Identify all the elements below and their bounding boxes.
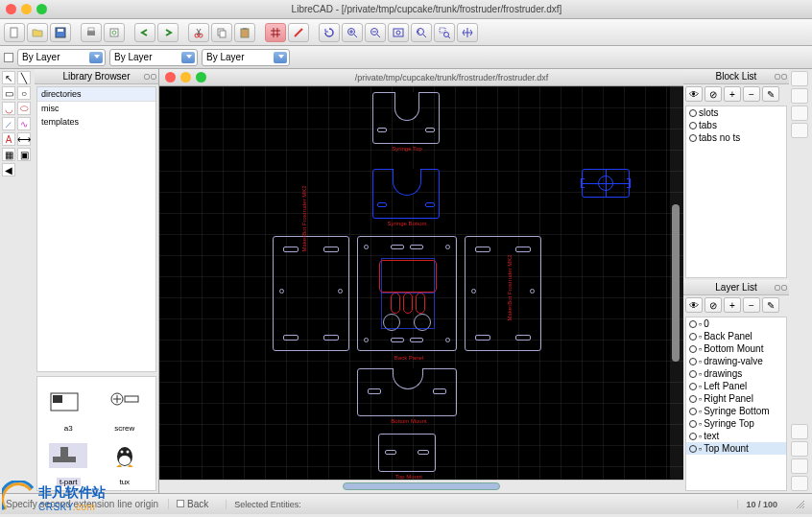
list-item[interactable]: ▫ Back Panel	[686, 330, 786, 342]
list-item[interactable]: ▫ Syringe Bottom	[686, 405, 786, 417]
layer-hide-all-button[interactable]: ⊘	[705, 297, 722, 313]
undo-button[interactable]	[134, 23, 155, 42]
visibility-icon[interactable]	[689, 445, 697, 453]
tool-spline-icon[interactable]: ∿	[17, 117, 31, 130]
block-panel-header[interactable]: Block List	[683, 69, 789, 84]
block-edit-button[interactable]: ✎	[762, 86, 779, 102]
layer-remove-button[interactable]: −	[743, 297, 760, 313]
list-item[interactable]: ▫ drawing-valve	[686, 355, 786, 367]
list-item[interactable]: ▫ Right Panel	[686, 392, 786, 405]
layer-list[interactable]: ▫ 0 ▫ Back Panel ▫ Bottom Mount ▫ drawin…	[685, 317, 787, 491]
paste-button[interactable]	[234, 23, 255, 42]
doc-minimize-button[interactable]	[180, 72, 191, 82]
zoom-out-button[interactable]	[365, 23, 386, 42]
layer-add-button[interactable]: +	[724, 297, 741, 313]
layer-panel-header[interactable]: Layer List	[683, 280, 789, 295]
tool-image-icon[interactable]: ▣	[17, 148, 31, 161]
save-file-button[interactable]	[50, 23, 71, 42]
print-button[interactable]	[81, 23, 102, 42]
layer-edit-button[interactable]: ✎	[762, 297, 779, 313]
side-tool-button[interactable]	[791, 476, 808, 491]
list-item[interactable]: ▫ Syringe Top	[686, 417, 786, 430]
side-tool-button[interactable]	[791, 106, 808, 121]
block-add-button[interactable]: +	[724, 86, 741, 102]
print-preview-button[interactable]	[104, 23, 125, 42]
side-tool-button[interactable]	[791, 71, 808, 86]
visibility-icon[interactable]	[689, 433, 697, 440]
zoom-in-button[interactable]	[342, 23, 363, 42]
list-item[interactable]: tabs no ts	[686, 131, 786, 144]
close-window-button[interactable]	[6, 4, 16, 14]
side-tool-button[interactable]	[791, 424, 808, 439]
visibility-icon[interactable]	[689, 383, 697, 390]
doc-zoom-button[interactable]	[196, 72, 206, 82]
tool-text-icon[interactable]: A	[2, 132, 15, 146]
list-item[interactable]: ▫ Bottom Mount	[686, 342, 786, 355]
preview-thumb-a3[interactable]	[49, 389, 87, 414]
library-tree[interactable]: directories misc templates	[36, 86, 156, 372]
block-list[interactable]: slots tabs tabs no ts	[685, 106, 787, 278]
list-item[interactable]: tabs	[686, 119, 786, 131]
zoom-auto-button[interactable]	[388, 23, 409, 42]
copy-button[interactable]	[211, 23, 232, 42]
visibility-icon[interactable]	[689, 408, 697, 415]
canvas-vertical-scrollbar[interactable]	[670, 86, 683, 480]
preview-thumb-tpart[interactable]	[49, 443, 87, 468]
block-show-all-button[interactable]: 👁	[685, 86, 703, 102]
tool-circle-icon[interactable]: ○	[17, 86, 31, 100]
zoom-redraw-button[interactable]	[319, 23, 340, 42]
side-tool-button[interactable]	[791, 458, 808, 474]
redo-button[interactable]	[157, 23, 179, 42]
canvas-horizontal-scrollbar[interactable]	[159, 480, 683, 493]
open-file-button[interactable]	[27, 23, 48, 42]
library-item[interactable]: misc	[37, 102, 155, 115]
color-swatch[interactable]	[4, 53, 13, 62]
layer-show-all-button[interactable]: 👁	[685, 297, 703, 313]
block-hide-all-button[interactable]: ⊘	[705, 86, 722, 102]
doc-close-button[interactable]	[165, 72, 176, 82]
draft-mode-button[interactable]	[288, 23, 309, 42]
tool-line-icon[interactable]: ╲	[17, 71, 31, 84]
zoom-pan-button[interactable]	[457, 23, 478, 42]
tool-arc-icon[interactable]: ◡	[2, 102, 15, 115]
visibility-icon[interactable]	[689, 358, 697, 365]
cut-button[interactable]	[188, 23, 209, 42]
list-item[interactable]: ▫ Top Mount	[686, 442, 786, 455]
visibility-icon[interactable]	[689, 320, 697, 328]
drawing-canvas[interactable]: Syringe Top Syringe Bottom MakerBot Fros…	[159, 86, 683, 480]
visibility-icon[interactable]	[689, 109, 697, 117]
tool-hatch-icon[interactable]: ▦	[2, 148, 15, 161]
list-item[interactable]: ▫ drawings	[686, 367, 786, 380]
side-tool-button[interactable]	[791, 441, 808, 457]
tool-rect-icon[interactable]: ▭	[2, 86, 15, 100]
zoom-previous-button[interactable]	[411, 23, 432, 42]
visibility-icon[interactable]	[689, 345, 697, 353]
block-remove-button[interactable]: −	[743, 86, 760, 102]
tool-back-icon[interactable]: ◀	[2, 163, 15, 176]
resize-grip-icon[interactable]	[795, 499, 806, 510]
tool-arrow-icon[interactable]: ↖	[2, 71, 15, 84]
layer-width-combo[interactable]: By Layer	[109, 49, 198, 66]
visibility-icon[interactable]	[689, 134, 697, 142]
layer-color-combo[interactable]: By Layer	[17, 49, 106, 66]
library-item[interactable]: templates	[37, 115, 155, 129]
visibility-icon[interactable]	[689, 370, 697, 378]
side-tool-button[interactable]	[791, 123, 808, 138]
tool-ellipse-icon[interactable]: ⬭	[17, 102, 31, 115]
layer-linetype-combo[interactable]: By Layer	[202, 49, 290, 66]
visibility-icon[interactable]	[689, 420, 697, 428]
list-item[interactable]: slots	[686, 106, 786, 119]
visibility-icon[interactable]	[689, 395, 697, 403]
visibility-icon[interactable]	[689, 333, 697, 341]
library-panel-header[interactable]: Library Browser	[35, 69, 158, 84]
preview-thumb-screw[interactable]	[106, 389, 144, 414]
list-item[interactable]: ▫ 0	[686, 317, 786, 330]
tool-dim-icon[interactable]: ⟷	[17, 132, 31, 146]
visibility-icon[interactable]	[689, 122, 697, 129]
zoom-window-button[interactable]	[36, 4, 47, 14]
side-tool-button[interactable]	[791, 88, 808, 104]
zoom-window-select-button[interactable]	[434, 23, 455, 42]
tool-polyline-icon[interactable]: ⟋	[2, 117, 15, 130]
minimize-window-button[interactable]	[21, 4, 32, 14]
new-file-button[interactable]	[4, 23, 25, 42]
